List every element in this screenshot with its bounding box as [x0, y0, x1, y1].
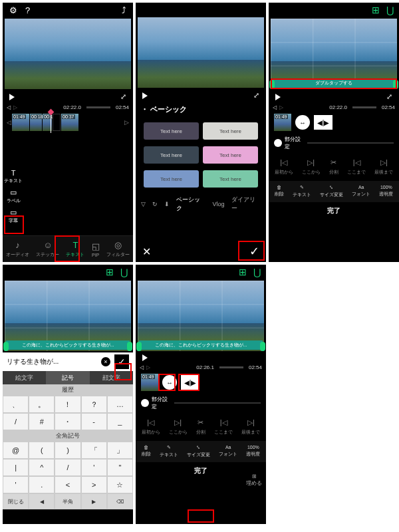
recent-icon[interactable]: ↻ [152, 201, 158, 207]
redo-icon[interactable]: ▷ [279, 104, 283, 110]
settings-icon[interactable]: ⚙ [9, 5, 17, 15]
edit-font[interactable]: Aaフォント [219, 445, 237, 458]
undo-icon[interactable]: ◁ [273, 104, 277, 110]
kbd-tab-symbol[interactable]: 記号 [46, 371, 89, 384]
style-chip[interactable]: Text here [144, 146, 199, 164]
timeline-clips[interactable]: ◁ 01:49 00:18 00:10 00:37 ▷ [3, 112, 133, 133]
clip-slider[interactable]: 01:49 ↔ ◀|▶ [269, 112, 399, 133]
play-icon[interactable] [9, 94, 15, 100]
fullscreen-icon[interactable]: ⤢ [253, 91, 259, 100]
key[interactable]: | [3, 459, 29, 476]
kbd-half[interactable]: 半角 [55, 493, 80, 509]
export-icon[interactable]: ⤴ [122, 5, 126, 15]
edit-opacity[interactable]: 100%透明度 [246, 445, 260, 458]
range-to[interactable]: |◁ここまで [214, 418, 233, 436]
key[interactable]: 」 [107, 442, 133, 459]
range-end[interactable]: ▷|最後まで [241, 418, 260, 436]
trim-handle[interactable]: ◀|▶ [314, 115, 332, 130]
handle-left[interactable] [136, 342, 142, 351]
edit-resize[interactable]: ⤡サイズ変更 [187, 445, 210, 458]
play-icon[interactable] [142, 92, 148, 99]
cat-basic[interactable]: ベーシック [176, 196, 205, 213]
range-split[interactable]: ✂分割 [329, 158, 338, 176]
key[interactable]: > [81, 476, 107, 493]
key[interactable]: … [107, 396, 133, 413]
key[interactable]: ' [81, 459, 107, 476]
handle-left[interactable] [3, 342, 9, 351]
play-icon[interactable] [142, 354, 148, 361]
key[interactable]: ' [3, 476, 29, 493]
edit-text[interactable]: ✎テキスト [293, 185, 311, 198]
bookmark-icon[interactable]: ▽ [141, 201, 146, 207]
edit-delete[interactable]: 🗑削除 [142, 445, 151, 458]
key[interactable]: - [81, 413, 107, 430]
magnet-icon[interactable]: ⋃ [253, 267, 261, 277]
scrubber[interactable] [219, 366, 243, 368]
range-start[interactable]: |◁最初から [275, 158, 293, 176]
caption-overlay[interactable]: この海に、これからビックリする生き物が... [139, 340, 263, 350]
range-split[interactable]: ✂分割 [196, 418, 205, 436]
key[interactable]: 。 [29, 396, 55, 413]
magnet-icon[interactable]: ⋃ [120, 267, 128, 277]
scrubber[interactable] [86, 106, 110, 108]
text-input[interactable]: リする生き物が... [7, 357, 59, 366]
play-icon[interactable] [275, 94, 281, 100]
range-end[interactable]: ▷|最後まで [374, 158, 393, 176]
key[interactable]: ！ [55, 396, 80, 413]
edit-opacity[interactable]: 100%透明度 [379, 185, 393, 198]
kbd-delete[interactable]: ⌫ [107, 493, 133, 509]
edit-delete[interactable]: 🗑削除 [275, 185, 284, 198]
style-chip[interactable]: Text here [144, 170, 199, 188]
tab-filter[interactable]: ◎フィルター [106, 240, 130, 258]
help-icon[interactable]: ? [25, 5, 30, 15]
fullscreen-icon[interactable]: ⤢ [120, 92, 126, 101]
key[interactable]: ^ [29, 459, 55, 476]
style-chip[interactable]: Text here [144, 122, 199, 140]
caption-overlay[interactable]: この海に、これからビックリする生き物が... [6, 340, 130, 350]
edit-text[interactable]: ✎テキスト [160, 445, 178, 458]
key[interactable]: _ [107, 413, 133, 430]
range-here[interactable]: ▷|ここから [169, 418, 188, 436]
magnet-icon[interactable]: ⋃ [386, 5, 394, 15]
side-label[interactable]: ▭ラベル [7, 188, 21, 204]
range-to[interactable]: |◁ここまで [347, 158, 366, 176]
range-start[interactable]: |◁最初から [142, 418, 160, 436]
key[interactable]: ・ [55, 413, 80, 430]
key[interactable]: @ [3, 442, 29, 459]
key[interactable]: ( [29, 442, 55, 459]
cat-vlog[interactable]: Vlog [212, 201, 224, 207]
partial-toggle[interactable] [274, 139, 282, 147]
scrubber[interactable] [352, 106, 376, 108]
download-icon[interactable]: ⬇ [164, 201, 170, 207]
redo-icon[interactable]: ▷ [13, 104, 17, 110]
key[interactable]: ？ [81, 396, 107, 413]
cat-diary[interactable]: ダイアリー [231, 196, 261, 213]
edit-resize[interactable]: ⤡サイズ変更 [320, 185, 343, 198]
grid-icon[interactable]: ⊞ [239, 267, 247, 277]
key[interactable]: 「 [81, 442, 107, 459]
move-handle[interactable]: ↔ [295, 115, 310, 130]
fullscreen-icon[interactable]: ⤢ [386, 92, 392, 101]
style-chip[interactable]: Text here [203, 122, 258, 140]
key[interactable]: . [29, 476, 55, 493]
close-icon[interactable]: ✕ [142, 245, 151, 258]
kbd-close[interactable]: 閉じる [3, 493, 29, 509]
style-chip[interactable]: Text here [203, 170, 258, 188]
range-here[interactable]: ▷|ここから [302, 158, 321, 176]
key[interactable]: " [107, 459, 133, 476]
undo-icon[interactable]: ◁ [140, 364, 144, 370]
kbd-tab-emoji[interactable]: 絵文字 [3, 371, 46, 384]
clip-slider[interactable]: 01:49 ↔ ◀|▶ [136, 372, 266, 393]
undo-icon[interactable]: ◁ [7, 104, 11, 110]
edit-font[interactable]: Aaフォント [352, 185, 370, 198]
done-button[interactable]: 完了 [269, 202, 399, 219]
kbd-left[interactable]: ◀ [29, 493, 55, 509]
fill-button[interactable]: ⊞埋める [246, 473, 262, 487]
handle-right[interactable] [127, 342, 132, 351]
key[interactable]: # [29, 413, 55, 430]
kbd-right[interactable]: ▶ [81, 493, 107, 509]
side-text[interactable]: Tテキスト [4, 169, 23, 184]
key[interactable]: ) [55, 442, 80, 459]
tab-audio[interactable]: ♪オーディオ [6, 240, 29, 258]
grid-icon[interactable]: ⊞ [372, 5, 380, 15]
